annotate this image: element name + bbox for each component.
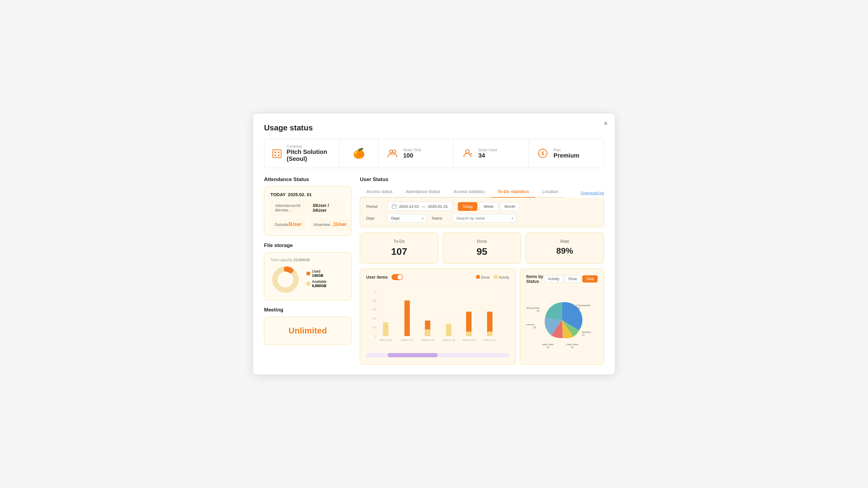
pie-activity-btn[interactable]: Activity — [544, 275, 563, 283]
bar-chart-title: User items — [366, 275, 388, 280]
svg-point-6 — [393, 150, 396, 153]
filter-area: Period 2024-12-01 — 2025-01-31 — [360, 198, 604, 227]
right-column: User Status Access status Attendance Sta… — [360, 176, 604, 365]
svg-rect-2 — [278, 152, 279, 153]
svg-text:2025-01-26: 2025-01-26 — [379, 339, 392, 341]
tab-attendance-status[interactable]: Attendance Status — [399, 186, 447, 198]
close-button[interactable]: × — [604, 120, 608, 127]
plan-label: Plan — [554, 148, 580, 152]
svg-text:(2): (2) — [547, 346, 550, 349]
seats-total-icon — [386, 147, 399, 160]
bar-chart-header: User items Done Acivity — [366, 274, 509, 280]
date-range[interactable]: 2024-12-01 — 2025-01-31 — [387, 202, 453, 211]
tab-access-statistics[interactable]: Access statistics — [447, 186, 491, 198]
period-today-btn[interactable]: Today — [458, 202, 477, 211]
dept-select[interactable]: Dept — [387, 214, 427, 223]
svg-text:0: 0 — [375, 335, 376, 338]
tabs-row: Access status Attendance Status Access s… — [360, 186, 565, 198]
pie-total-btn[interactable]: Total — [582, 275, 598, 283]
done-stat-card: Done 95 — [443, 233, 521, 264]
svg-text:Client Team: Client Team — [566, 343, 578, 346]
rate-stat-card: Rate 89% — [525, 233, 604, 264]
used-legend: Used 140GB — [307, 269, 327, 278]
rate-label: Rate — [533, 239, 596, 244]
info-card-logo: 🍊 — [339, 139, 378, 168]
date-to: 2025-01-31 — [428, 204, 448, 209]
logo-icon: 🍊 — [352, 147, 366, 160]
dept-select-wrap[interactable]: Dept — [387, 214, 427, 223]
svg-text:(3): (3) — [536, 310, 539, 312]
info-card-seats-total: Seats Total 100 — [378, 139, 454, 168]
plan-icon: $ — [536, 147, 550, 160]
bar-chart-svg: 1 0.8 0.6 0.4 0.2 0 — [366, 283, 509, 350]
svg-text:Companywide: Companywide — [576, 304, 590, 307]
download-link[interactable]: Download list — [581, 191, 604, 195]
pie-chart-svg: Companywide (10) Develop... (2) Client T… — [526, 287, 598, 356]
done-label: Done — [450, 239, 514, 244]
period-week-btn[interactable]: Week — [479, 202, 498, 211]
file-storage-card: Total capacity 10,000GB Used — [264, 252, 351, 300]
dept-filter-row: Dept Dept Name — [366, 214, 598, 223]
user-status-header: User Status — [360, 176, 604, 186]
attendance-today: TODAY 2025.02. 01 — [270, 192, 345, 197]
rate-value: 89% — [533, 246, 596, 256]
svg-point-7 — [466, 150, 469, 153]
svg-point-5 — [390, 150, 393, 153]
scrollbar-thumb — [388, 353, 438, 357]
calendar-icon — [392, 204, 397, 209]
svg-rect-3 — [275, 155, 276, 156]
user-status-title: User Status — [360, 176, 388, 183]
name-search-input[interactable] — [453, 214, 516, 223]
svg-text:0.6: 0.6 — [373, 308, 377, 311]
seats-total-label: Seats Total — [403, 148, 421, 152]
stat-cards: To-Do 107 Done 95 Rate 89% — [360, 233, 604, 264]
svg-text:(3): (3) — [533, 326, 536, 329]
usage-status-modal: × Usage status Company Pitch Solution (S… — [253, 113, 615, 375]
svg-point-10 — [275, 269, 296, 290]
svg-text:2025-01-28: 2025-01-28 — [421, 339, 434, 341]
svg-text:Executiv...: Executiv... — [526, 323, 536, 326]
attendance-count: 30User / 34User — [313, 203, 340, 213]
tab-access-status[interactable]: Access status — [360, 186, 399, 198]
date-from: 2024-12-01 — [399, 204, 419, 209]
pie-chart-card: Items by Status Activity Done Total — [520, 268, 604, 365]
donut-chart — [270, 264, 301, 295]
absent-label: Absentee... — [313, 222, 333, 227]
chart-scrollbar[interactable] — [366, 353, 509, 357]
company-value: Pitch Solution (Seoul) — [287, 149, 332, 162]
company-icon — [272, 147, 282, 160]
outside-item: Outside 3User — [270, 219, 306, 230]
svg-rect-1 — [275, 152, 276, 153]
seats-used-icon — [461, 147, 474, 160]
left-column: Attendance Status TODAY 2025.02. 01 Atte… — [264, 176, 351, 365]
available-legend-value: 9,860GB — [312, 284, 327, 288]
tab-location[interactable]: Location — [535, 186, 565, 198]
period-filter-row: Period 2024-12-01 — 2025-01-31 — [366, 202, 598, 211]
user-items-toggle[interactable] — [392, 274, 403, 280]
svg-text:0.8: 0.8 — [373, 299, 377, 302]
info-card-company: Company Pitch Solution (Seoul) — [264, 139, 339, 168]
outside-label: Outside — [275, 222, 288, 227]
used-legend-value: 140GB — [312, 273, 323, 278]
absent-item: Absentee... 1User — [309, 219, 351, 230]
period-month-btn[interactable]: Month — [500, 202, 520, 211]
name-search-wrap[interactable] — [453, 214, 516, 223]
todo-value: 107 — [367, 246, 431, 257]
attendance-members-label: Attendance/All Membe... — [275, 203, 313, 213]
meeting-value: Unlimited — [270, 326, 345, 335]
svg-text:0.4: 0.4 — [373, 317, 377, 320]
available-legend-label: Available — [312, 280, 327, 284]
period-label: Period — [366, 204, 382, 209]
svg-text:$: $ — [541, 151, 544, 156]
name-label: Name — [432, 216, 447, 221]
svg-text:1: 1 — [375, 290, 376, 293]
svg-rect-31 — [425, 329, 430, 336]
svg-rect-29 — [404, 301, 410, 336]
pie-done-btn[interactable]: Done — [564, 275, 581, 283]
page-title: Usage status — [264, 123, 604, 133]
seats-used-value: 34 — [478, 152, 497, 159]
tab-todo-statistics[interactable]: To-Do statistics — [491, 186, 536, 198]
todo-stat-card: To-Do 107 — [360, 233, 438, 264]
attendance-section-title: Attendance Status — [264, 176, 351, 183]
bar-chart-card: User items Done Acivity — [360, 268, 516, 365]
